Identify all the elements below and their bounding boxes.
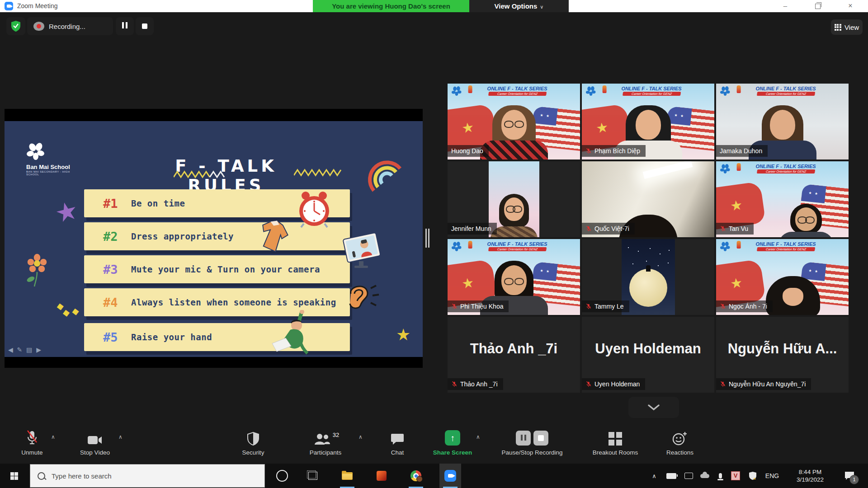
file-explorer-icon xyxy=(342,472,353,480)
chrome-button[interactable] xyxy=(405,464,427,488)
tray-mic-icon[interactable] xyxy=(713,464,727,488)
restore-icon xyxy=(815,4,821,9)
windows-logo-icon xyxy=(10,472,18,480)
window-titlebar: Zoom Meeting You are viewing Huong Dao's… xyxy=(0,0,868,12)
video-tile-huong-dao[interactable]: ★ ★ ★ ONLINE F - TALK SERIES Career Orie… xyxy=(448,84,580,160)
view-options-button[interactable]: View Options∨ xyxy=(469,0,569,12)
moon-silhouette xyxy=(646,265,651,272)
torch-icon xyxy=(602,85,606,93)
unmute-button[interactable]: Unmute xyxy=(13,428,52,456)
rule-text: Always listen when someone is speaking xyxy=(131,297,336,307)
share-screen-button[interactable]: ↑ Share Screen xyxy=(424,428,481,456)
torch-icon xyxy=(736,241,741,249)
video-tile-quoc-viet[interactable]: Quốc Việt-7i xyxy=(582,161,714,237)
mic-muted-icon xyxy=(26,430,38,446)
video-tile-phi-thieu-khoa[interactable]: ★ ★ ★ ONLINE F - TALK SERIES Career Orie… xyxy=(448,239,580,315)
tray-expand-button[interactable]: ∧ xyxy=(647,464,661,488)
zoom-app-button[interactable] xyxy=(439,464,461,488)
video-tile-tan-vu[interactable]: ★ ★ ★ ONLINE F - TALK SERIES Career Orie… xyxy=(716,161,849,237)
muted-mic-icon xyxy=(585,381,592,387)
security-button[interactable]: Security xyxy=(228,428,278,456)
search-placeholder: Type here to search xyxy=(52,472,112,480)
muted-mic-icon xyxy=(720,381,726,387)
office-icon xyxy=(377,471,387,481)
gallery-grid-icon xyxy=(835,24,841,31)
participants-grid: ★ ★ ★ ONLINE F - TALK SERIES Career Orie… xyxy=(448,84,849,394)
panel-resize-handle[interactable] xyxy=(425,229,429,248)
rule-text: Raise your hand xyxy=(131,332,212,342)
slide-nav-controls[interactable]: ◀ ✎ ▤ ▶ xyxy=(8,346,42,353)
shared-screen: Ban Mai School BAN MAI SECONDARY - HIGH … xyxy=(5,109,423,368)
meeting-security-badge[interactable] xyxy=(6,17,25,35)
video-tile-jennifer-munn[interactable]: Jennifer Munn xyxy=(448,161,580,237)
reactions-button[interactable]: Reactions xyxy=(653,428,707,456)
stop-recording-icon[interactable] xyxy=(533,431,548,446)
battery-icon[interactable] xyxy=(664,464,679,488)
participant-name-label: Phạm Bích Diệp xyxy=(582,145,646,157)
participants-count: 32 xyxy=(333,432,339,438)
file-explorer-button[interactable] xyxy=(336,464,358,488)
start-button[interactable] xyxy=(4,464,24,488)
muted-mic-icon xyxy=(585,303,592,310)
meeting-toolbar: Unmute ∧ Stop Video ∧ Security xyxy=(0,424,868,464)
participant-display-name: Uyen Holdeman xyxy=(582,341,714,357)
taskbar-search[interactable]: Type here to search xyxy=(30,464,265,488)
pause-icon xyxy=(121,22,128,30)
participant-name-label: Tammy Le xyxy=(582,300,629,312)
chat-button[interactable]: Chat xyxy=(379,428,416,456)
video-tile-thao-anh[interactable]: Thảo Anh _7i Thảo Anh _7i xyxy=(448,317,580,393)
portrait-video-strip xyxy=(622,239,675,315)
audio-options-caret[interactable]: ∧ xyxy=(51,434,55,440)
participants-options-caret[interactable]: ∧ xyxy=(359,434,363,440)
language-indicator[interactable]: ENG xyxy=(762,464,782,488)
ftalk-overlay: ONLINE F - TALK SERIES Career Orientatio… xyxy=(743,86,829,96)
action-center-button[interactable]: 1 xyxy=(839,464,860,488)
video-tile-pham-bich-diep[interactable]: ★ ★ ★ ONLINE F - TALK SERIES Career Orie… xyxy=(582,84,714,160)
video-tile-uyen-holdeman[interactable]: Uyen Holdeman Uyen Holdeman xyxy=(582,317,714,393)
video-tile-nguyen-huu-an[interactable]: Nguyễn Hữu A... Nguyễn Hữu An Nguyên_7i xyxy=(716,317,849,393)
taskbar-clock[interactable]: 8:44 PM 3/19/2022 xyxy=(784,464,836,488)
windows-security-icon[interactable] xyxy=(745,464,760,488)
video-tile-jamaka-duhon[interactable]: ONLINE F - TALK SERIES Career Orientatio… xyxy=(716,84,849,160)
video-call-icon xyxy=(340,233,383,269)
share-options-caret[interactable]: ∧ xyxy=(476,434,480,440)
breakout-rooms-icon xyxy=(609,432,622,446)
cortana-button[interactable] xyxy=(271,464,293,488)
video-options-caret[interactable]: ∧ xyxy=(118,434,123,440)
stars xyxy=(628,247,629,248)
close-button[interactable]: × xyxy=(840,0,861,12)
video-tile-tammy-le[interactable]: Tammy Le xyxy=(582,239,714,315)
participants-button[interactable]: 32 Participants xyxy=(296,428,355,456)
moon xyxy=(629,269,667,307)
school-logo-icon xyxy=(720,242,731,252)
viewing-screen-banner: You are viewing Huong Dao's screen xyxy=(313,0,469,12)
participant-name-label: Ngọc Ánh - 7i xyxy=(716,300,773,312)
video-tile-ngoc-anh[interactable]: ★ ★ ★ ONLINE F - TALK SERIES Career Orie… xyxy=(716,239,849,315)
date: 3/19/2022 xyxy=(797,476,824,483)
antivirus-v-icon[interactable]: V xyxy=(728,464,743,488)
pause-recording-button[interactable] xyxy=(116,17,134,35)
rule-number: #1 xyxy=(103,197,131,211)
ftalk-overlay: ONLINE F - TALK SERIES Career Orientatio… xyxy=(743,241,829,251)
cortana-icon xyxy=(276,470,288,482)
chrome-profile-badge xyxy=(416,476,423,482)
pause-recording-icon[interactable] xyxy=(516,431,531,446)
participant-name-label: Nguyễn Hữu An Nguyên_7i xyxy=(716,378,811,390)
task-view-button[interactable] xyxy=(302,464,324,488)
reactions-icon xyxy=(672,431,688,446)
rule-text: Dress appropriately xyxy=(131,231,234,241)
breakout-rooms-button[interactable]: Breakout Rooms xyxy=(581,428,649,456)
purple-star-icon: ★ xyxy=(52,195,81,229)
restore-button[interactable] xyxy=(807,0,828,12)
tray-camera-icon[interactable] xyxy=(681,464,696,488)
window-title: Zoom Meeting xyxy=(17,0,57,12)
stop-recording-button[interactable] xyxy=(136,17,154,35)
stop-video-button[interactable]: Stop Video xyxy=(71,428,118,456)
view-button[interactable]: View xyxy=(831,19,863,35)
office-app-button[interactable] xyxy=(371,464,392,488)
pause-stop-recording-button[interactable]: Pause/Stop Recording xyxy=(491,428,574,456)
recording-icon xyxy=(33,22,44,31)
minimize-button[interactable]: – xyxy=(775,0,796,12)
next-page-participants-button[interactable] xyxy=(628,397,679,418)
onedrive-icon[interactable] xyxy=(697,464,712,488)
